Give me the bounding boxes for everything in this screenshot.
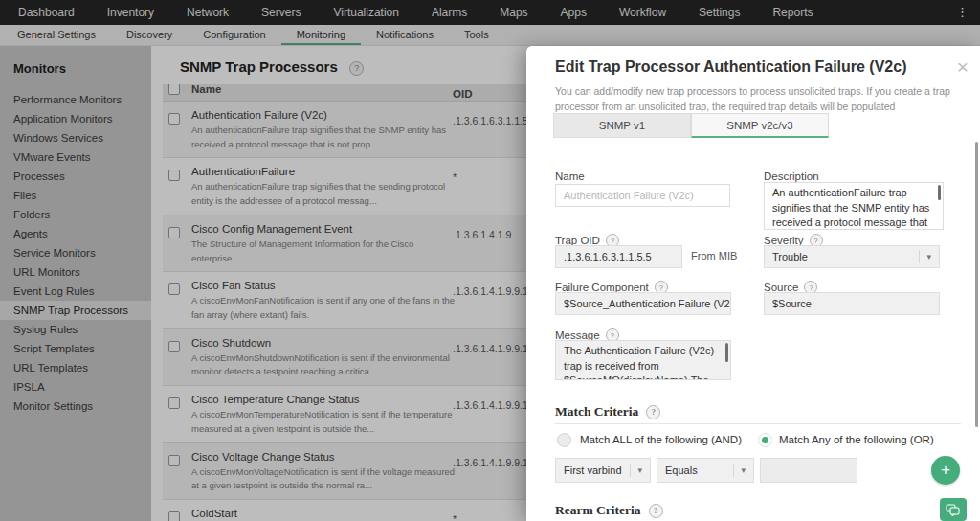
severity-select[interactable]: Trouble ▾: [764, 245, 940, 268]
source-input[interactable]: $Source: [764, 292, 940, 315]
radio-match-any-label[interactable]: Match Any of the following (OR): [779, 434, 934, 445]
match-criteria-heading: Match Criteria?: [555, 404, 660, 419]
modal-scrollbar[interactable]: [975, 142, 978, 427]
edit-trap-processor-modal: × Edit Trap Processor Authentication Fai…: [526, 46, 980, 521]
chevron-down-icon: ▾: [630, 464, 642, 477]
message-scrollbar[interactable]: [725, 343, 728, 362]
operator-select-value: Equals: [665, 464, 698, 476]
failure-component-input[interactable]: $Source_Authentication Failure (V2c)_tra…: [555, 292, 731, 315]
description-textarea[interactable]: An authenticationFailure trap signifies …: [764, 182, 944, 230]
message-text: The Authentication Failure (V2c) trap is…: [564, 345, 714, 380]
operator-select[interactable]: Equals ▾: [657, 458, 754, 483]
chat-bubbles-icon: [946, 504, 961, 516]
radio-match-all-label[interactable]: Match ALL of the following (AND): [580, 434, 742, 445]
support-chat-button[interactable]: [940, 498, 967, 521]
rearm-criteria-heading: Rearm Criteria?: [555, 503, 663, 518]
radio-match-all[interactable]: [557, 433, 571, 447]
rearm-criteria-help-icon[interactable]: ?: [649, 504, 663, 518]
from-mib-button[interactable]: From MIB: [691, 250, 737, 261]
trap-oid-input[interactable]: .1.3.6.1.6.3.1.1.5.5: [555, 245, 682, 268]
close-icon[interactable]: ×: [957, 57, 969, 77]
radio-match-any[interactable]: [758, 433, 772, 447]
divider: [555, 423, 961, 424]
varbind-select[interactable]: First varbind ▾: [555, 458, 651, 483]
description-scrollbar[interactable]: [938, 185, 941, 200]
tab-snmp-v2c-v3[interactable]: SNMP v2c/v3: [691, 113, 829, 138]
message-textarea[interactable]: The Authentication Failure (V2c) trap is…: [555, 340, 731, 380]
snmp-version-tabs: SNMP v1 SNMP v2c/v3: [553, 113, 829, 138]
varbind-select-value: First varbind: [564, 464, 622, 476]
modal-title: Edit Trap Processor Authentication Failu…: [555, 58, 906, 76]
name-input[interactable]: Authentication Failure (V2c): [555, 184, 730, 207]
criteria-value-input[interactable]: [760, 458, 858, 483]
add-criteria-button[interactable]: +: [931, 456, 960, 485]
match-criteria-help-icon[interactable]: ?: [646, 405, 660, 419]
tab-snmp-v1[interactable]: SNMP v1: [553, 113, 691, 138]
chevron-down-icon: ▾: [733, 464, 746, 477]
chevron-down-icon: ▾: [919, 250, 931, 263]
description-text: An authenticationFailure trap signifies …: [772, 187, 929, 230]
name-label: Name: [555, 170, 585, 182]
severity-value: Trouble: [772, 251, 808, 262]
description-label: Description: [764, 170, 819, 182]
